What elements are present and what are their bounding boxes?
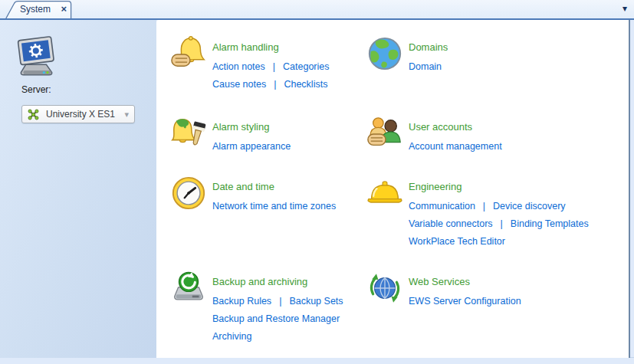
link-separator: | bbox=[273, 61, 275, 72]
link-account-management[interactable]: Account management bbox=[409, 141, 502, 152]
sidebar: Server: University X ES1 ▾ bbox=[0, 20, 156, 358]
engineering-icon bbox=[366, 175, 403, 212]
backup-and-archiving-icon bbox=[170, 270, 207, 307]
section-title: User accounts bbox=[409, 121, 502, 133]
link-categories[interactable]: Categories bbox=[283, 61, 329, 72]
section-date-and-time: Date and time Network time and time zone… bbox=[170, 175, 336, 212]
section-links: Account management bbox=[409, 140, 502, 152]
server-select-value: University X ES1 bbox=[46, 109, 115, 120]
content-area: Server: University X ES1 ▾ bbox=[0, 20, 634, 358]
link-backup-sets[interactable]: Backup Sets bbox=[289, 296, 343, 307]
link-row: Archiving bbox=[212, 330, 343, 343]
link-separator: | bbox=[274, 79, 276, 90]
tab-close-icon[interactable]: × bbox=[61, 3, 67, 15]
link-row: Alarm appearance bbox=[212, 140, 291, 152]
section-alarm-styling: Alarm styling Alarm appearance bbox=[170, 115, 291, 152]
enterprise-server-icon bbox=[28, 109, 39, 120]
link-row: Cause notes|Checklists bbox=[212, 78, 330, 90]
link-separator: | bbox=[279, 296, 281, 307]
section-links: Communication|Device discoveryVariable c… bbox=[409, 200, 589, 248]
link-communication[interactable]: Communication bbox=[409, 201, 475, 212]
link-ews-server-configuration[interactable]: EWS Server Configuration bbox=[409, 296, 521, 307]
web-services-icon bbox=[366, 270, 403, 307]
link-alarm-appearance[interactable]: Alarm appearance bbox=[212, 141, 291, 152]
link-row: EWS Server Configuration bbox=[409, 295, 521, 307]
section-user-accounts: User accounts Account management bbox=[366, 115, 502, 152]
section-alarm-handling: Alarm handling Action notes|CategoriesCa… bbox=[170, 35, 330, 90]
date-and-time-icon bbox=[170, 175, 207, 212]
link-row: Backup and Restore Manager bbox=[212, 313, 343, 325]
section-links: Alarm appearance bbox=[212, 140, 291, 152]
link-separator: | bbox=[483, 201, 485, 212]
section-domains: Domains Domain bbox=[366, 35, 448, 73]
link-action-notes[interactable]: Action notes bbox=[212, 61, 265, 72]
link-checklists[interactable]: Checklists bbox=[284, 79, 327, 90]
settings-panel: Alarm handling Action notes|CategoriesCa… bbox=[156, 20, 630, 358]
section-web-services: Web Services EWS Server Configuration bbox=[366, 270, 521, 307]
link-row: Action notes|Categories bbox=[212, 61, 330, 73]
link-row: Variable connectors|Binding Templates bbox=[409, 218, 589, 230]
section-links: Domain bbox=[409, 61, 448, 73]
link-row: Account management bbox=[409, 140, 502, 152]
section-title: Engineering bbox=[409, 181, 589, 193]
section-links: Network time and time zones bbox=[212, 200, 336, 212]
alarm-handling-icon bbox=[170, 35, 207, 72]
section-backup-and-archiving: Backup and archiving Backup Rules|Backup… bbox=[170, 270, 343, 343]
user-accounts-icon bbox=[366, 115, 403, 152]
domains-icon bbox=[366, 35, 403, 72]
tab-bar: System × ▾ bbox=[0, 0, 634, 18]
section-title: Date and time bbox=[212, 181, 336, 193]
dropdown-arrow-icon[interactable]: ▾ bbox=[124, 110, 129, 120]
link-domain[interactable]: Domain bbox=[409, 61, 442, 72]
tab-label: System bbox=[20, 4, 51, 15]
section-title: Backup and archiving bbox=[212, 276, 343, 288]
link-separator: | bbox=[501, 218, 503, 229]
section-title: Domains bbox=[409, 41, 448, 54]
section-title: Alarm handling bbox=[212, 41, 330, 54]
link-workplace-tech-editor[interactable]: WorkPlace Tech Editor bbox=[409, 236, 505, 247]
link-row: WorkPlace Tech Editor bbox=[409, 235, 589, 248]
section-links: Backup Rules|Backup SetsBackup and Resto… bbox=[212, 295, 343, 343]
tab-overflow-icon[interactable]: ▾ bbox=[623, 3, 627, 14]
server-select[interactable]: University X ES1 ▾ bbox=[21, 105, 135, 123]
section-engineering: Engineering Communication|Device discove… bbox=[366, 175, 589, 248]
section-title: Alarm styling bbox=[212, 121, 291, 133]
link-backup-rules[interactable]: Backup Rules bbox=[212, 296, 271, 307]
tab-system[interactable]: System × bbox=[5, 1, 72, 18]
link-backup-and-restore-manager[interactable]: Backup and Restore Manager bbox=[212, 313, 340, 324]
link-binding-templates[interactable]: Binding Templates bbox=[511, 218, 589, 229]
link-archiving[interactable]: Archiving bbox=[212, 331, 251, 342]
server-label: Server: bbox=[21, 84, 51, 95]
workstation-icon bbox=[12, 34, 60, 82]
link-cause-notes[interactable]: Cause notes bbox=[212, 79, 266, 90]
link-row: Network time and time zones bbox=[212, 200, 336, 212]
section-title: Web Services bbox=[409, 276, 521, 288]
section-links: EWS Server Configuration bbox=[409, 295, 521, 307]
link-row: Communication|Device discovery bbox=[409, 200, 589, 212]
section-links: Action notes|CategoriesCause notes|Check… bbox=[212, 61, 330, 90]
link-row: Domain bbox=[409, 61, 448, 73]
system-settings-page: { "window": { "tab": { "label": "System"… bbox=[0, 0, 634, 364]
alarm-styling-icon bbox=[170, 115, 207, 152]
link-row: Backup Rules|Backup Sets bbox=[212, 295, 343, 307]
link-device-discovery[interactable]: Device discovery bbox=[493, 201, 565, 212]
link-variable-connectors[interactable]: Variable connectors bbox=[409, 218, 493, 229]
link-network-time-and-time-zones[interactable]: Network time and time zones bbox=[212, 201, 336, 212]
